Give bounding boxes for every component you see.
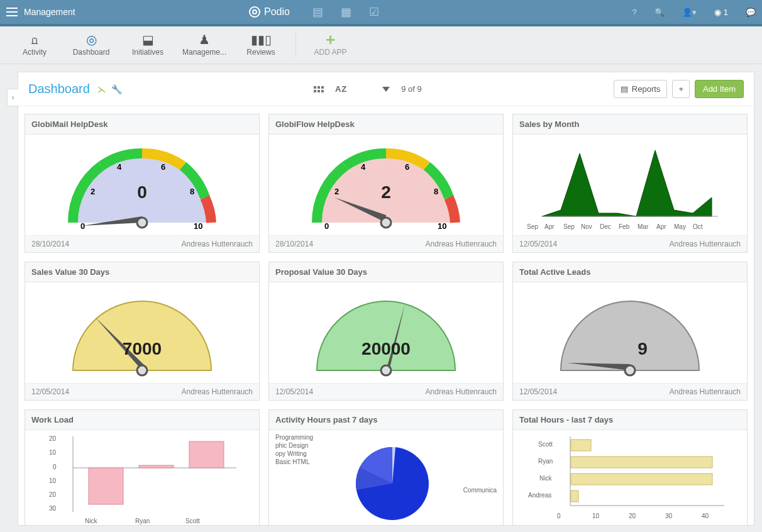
svg-point-21	[381, 365, 391, 375]
reports-button[interactable]: ▤ Reports	[614, 80, 668, 98]
widget-author: Andreas Huttenrauch	[182, 387, 253, 396]
calendar-icon[interactable]: ▦	[341, 5, 351, 19]
nav-label: Activity	[6, 48, 63, 57]
sidebar-expand-button[interactable]: ›	[7, 89, 18, 106]
y-tick: Scott	[538, 441, 553, 448]
filter-icon[interactable]	[382, 87, 390, 92]
widget-title: GlobiFlow HelpDesk	[269, 114, 503, 135]
activity-icon: ⩍	[6, 31, 63, 48]
x-tick: Sep	[527, 223, 538, 230]
nav-label: Initiatives	[119, 48, 176, 57]
x-tick: Apr	[544, 223, 555, 230]
nav-management[interactable]: ♟ Manageme...	[176, 30, 233, 57]
widget-date: 12/05/2014	[31, 387, 69, 396]
notif-count: 1	[724, 8, 728, 17]
tasks-icon[interactable]: ☑	[369, 5, 379, 19]
contacts-icon[interactable]: ▤	[312, 5, 323, 19]
nav-dashboard[interactable]: ◎ Dashboard	[63, 30, 119, 57]
nav-reviews[interactable]: ▮▮▯ Reviews	[233, 30, 289, 57]
view-header: Dashboard ⋋ 🔧 AZ 9 of 9 ▤ Reports + Add …	[18, 72, 754, 106]
widget-work-load[interactable]: Work Load 20 10 0 10 20 30 Nick	[25, 409, 260, 525]
x-tick: Ryan	[135, 518, 150, 524]
nav-activity[interactable]: ⩍ Activity	[6, 30, 63, 57]
y-tick: 20	[49, 435, 56, 442]
feed-icon[interactable]: ⋋	[97, 84, 106, 94]
add-widget-button[interactable]: +	[672, 80, 690, 98]
wifi-icon: ◉	[714, 8, 721, 17]
widget-author: Andreas Huttenrauch	[182, 240, 253, 248]
widget-total-active-leads[interactable]: Total Active Leads 9 12/05/2014 Andreas …	[512, 262, 748, 401]
widget-title: Total Hours - last 7 days	[513, 410, 747, 430]
nav-label: Reviews	[233, 48, 289, 57]
widget-activity-hours-7days[interactable]: Activity Hours past 7 days Programming p…	[268, 409, 504, 525]
y-tick: 30	[49, 505, 56, 512]
chat-icon[interactable]: 💬	[746, 8, 756, 17]
widget-footer: 12/05/2014 Andreas Huttenrauch	[25, 383, 259, 400]
legend: Basic HTML	[275, 458, 309, 465]
widget-author: Andreas Huttenrauch	[426, 387, 497, 396]
widget-title: Total Active Leads	[513, 262, 747, 282]
widget-grid: GlobiMail HelpDesk 0 2 4 6	[25, 114, 748, 525]
widget-date: 28/10/2014	[275, 240, 313, 248]
widget-proposal-value-30[interactable]: Proposal Value 30 Days 20000 12/05/2014 …	[268, 262, 504, 401]
widget-sales-value-30[interactable]: Sales Value 30 Days 7000 12/05/2014 Andr…	[25, 262, 260, 401]
widget-sales-by-month[interactable]: Sales by Month Sep Apr Sep Nov Dec Feb M…	[512, 114, 748, 253]
help-icon[interactable]: ?	[632, 8, 637, 17]
widget-title: Sales Value 30 Days	[25, 262, 259, 282]
workspace-title[interactable]: Management	[24, 7, 75, 17]
widget-footer: 28/10/2014 Andreas Huttenrauch	[269, 235, 503, 252]
nav-initiatives[interactable]: ⬓ Initiatives	[119, 30, 176, 57]
podio-mark-icon	[249, 6, 260, 18]
widget-globiflow-helpdesk[interactable]: GlobiFlow HelpDesk 0 2 4 6	[268, 114, 504, 253]
y-tick: 0	[53, 463, 57, 470]
layout-icon[interactable]	[314, 86, 324, 92]
x-tick: Sep	[563, 223, 575, 230]
top-right-actions: ? 🔍 👤▾ ◉ 1 💬	[632, 8, 756, 17]
x-tick: Mar	[638, 223, 648, 230]
nav-add-app[interactable]: + ADD APP	[295, 30, 352, 57]
add-item-button[interactable]: Add Item	[695, 80, 744, 98]
x-tick: Nick	[85, 518, 97, 524]
widget-footer: 28/10/2014 Andreas Huttenrauch	[25, 235, 259, 252]
nav-label: Manageme...	[176, 48, 233, 57]
dashboard-icon: ◎	[63, 31, 119, 48]
gauge-value: 20000	[269, 339, 503, 359]
svg-point-19	[137, 365, 147, 375]
svg-marker-16	[542, 150, 712, 216]
y-tick: 20	[49, 491, 56, 498]
widget-total-hours-7days[interactable]: Total Hours - last 7 days Scott Ryan Nic…	[512, 409, 748, 525]
svg-point-23	[625, 365, 635, 375]
legend: phic Design	[275, 442, 308, 449]
widget-title: Work Load	[25, 410, 259, 430]
nav-label: Dashboard	[63, 48, 119, 57]
widget-title: Activity Hours past 7 days	[269, 410, 503, 430]
sort-az[interactable]: AZ	[335, 84, 347, 94]
widget-body: 20 10 0 10 20 30 Nick Ryan Scott	[25, 430, 259, 525]
svg-rect-26	[89, 468, 123, 504]
widget-body: Sep Apr Sep Nov Dec Feb Mar Apr May Oct	[513, 135, 747, 235]
widget-scroll[interactable]: GlobiMail HelpDesk 0 2 4 6	[18, 106, 754, 525]
widget-body: Scott Ryan Nick Andreas 0 10 20 30 40	[513, 430, 747, 525]
svg-text:4: 4	[361, 162, 366, 172]
widget-date: 12/05/2014	[519, 240, 557, 248]
search-icon[interactable]: 🔍	[654, 8, 665, 17]
svg-text:0: 0	[80, 221, 85, 231]
brand-logo[interactable]: Podio ▤ ▦ ☑	[249, 5, 379, 19]
widget-globimail-helpdesk[interactable]: GlobiMail HelpDesk 0 2 4 6	[25, 114, 260, 253]
x-tick: Dec	[600, 223, 611, 230]
wrench-icon[interactable]: 🔧	[111, 84, 122, 94]
nav-label: ADD APP	[309, 48, 352, 57]
menu-icon[interactable]	[6, 8, 18, 16]
notifications-button[interactable]: ◉ 1	[714, 8, 728, 17]
profile-icon[interactable]: 👤▾	[682, 8, 697, 17]
widget-date: 12/05/2014	[275, 387, 313, 396]
svg-text:0: 0	[324, 221, 329, 231]
widget-title: GlobiMail HelpDesk	[25, 114, 259, 135]
brand-name: Podio	[264, 6, 290, 18]
report-icon: ▤	[621, 84, 628, 94]
x-tick: 20	[629, 513, 636, 519]
y-tick: Ryan	[538, 458, 553, 465]
x-tick: Oct	[693, 223, 703, 230]
y-tick: 10	[49, 477, 56, 484]
widget-footer: 12/05/2014 Andreas Huttenrauch	[513, 383, 747, 400]
